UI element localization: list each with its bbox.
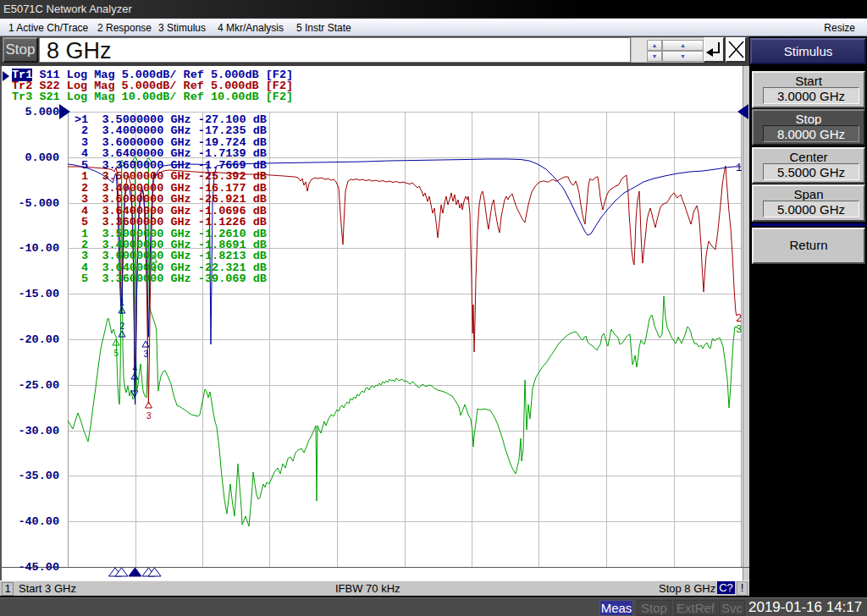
svg-text:3: 3 — [146, 411, 152, 421]
svg-text:5: 5 — [114, 349, 119, 358]
svg-text:3: 3 — [144, 349, 149, 359]
svg-text:2: 2 — [736, 313, 742, 325]
svg-text:1: 1 — [736, 162, 742, 174]
svg-text:3: 3 — [736, 324, 742, 336]
svg-text:1: 1 — [120, 298, 125, 307]
svg-text:4: 4 — [133, 364, 138, 373]
svg-text:2: 2 — [120, 322, 125, 331]
